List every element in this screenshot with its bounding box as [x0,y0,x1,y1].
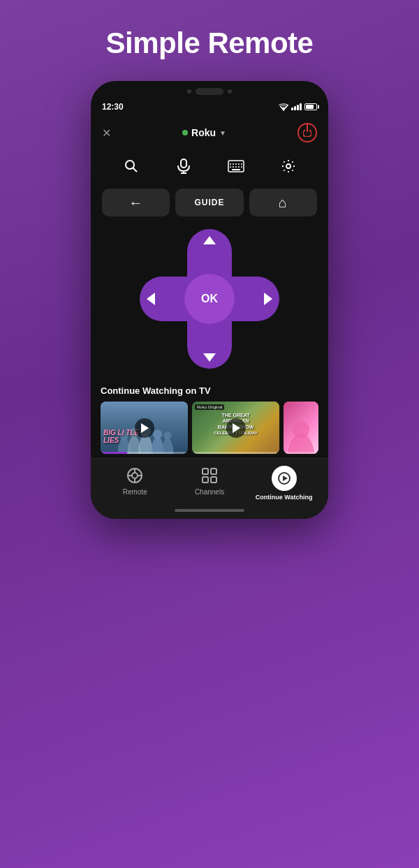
app-screen: ✕ Roku ▼ [91,116,328,519]
settings-button[interactable] [276,154,301,179]
nav-item-channels[interactable]: Channels [172,466,247,501]
navigation-buttons: ← GUIDE ⌂ [91,186,328,222]
svg-marker-20 [203,353,216,362]
progress-bar-2 [192,452,279,454]
keyboard-icon [228,160,244,172]
phone-top-notch [91,81,328,101]
search-icon [124,159,138,173]
svg-point-34 [293,421,309,438]
guide-button[interactable]: GUIDE [175,189,243,216]
progress-bar-1 [101,452,188,454]
thumbnail-baking-show[interactable]: Roku Original THE GREATAMERICANBAKING SH… [192,402,279,454]
dpad-right-button[interactable] [263,291,274,307]
microphone-icon [177,159,190,174]
device-name: Roku [191,127,216,138]
home-indicator [91,505,328,519]
progress-bar-3 [284,452,318,454]
status-bar: 12:30 [91,101,328,116]
continue-watching-section: Continue Watching on TV [91,380,328,458]
toolbar [91,149,328,186]
nav-label-continue-watching: Continue Watching [256,494,313,501]
svg-marker-46 [283,476,288,481]
close-button[interactable]: ✕ [102,126,111,140]
svg-marker-19 [203,236,216,244]
signal-bars-icon [291,103,302,110]
dpad-left-button[interactable] [145,291,156,307]
nav-item-continue-watching[interactable]: Continue Watching [247,466,321,501]
thumbnail-third[interactable] [284,402,318,454]
dpad: OK [140,229,279,369]
status-time: 12:30 [102,102,124,112]
search-button[interactable] [119,154,144,179]
svg-rect-3 [181,159,186,168]
wifi-icon [279,103,288,111]
svg-point-18 [286,164,291,168]
dpad-ok-button[interactable]: OK [184,274,235,324]
back-button[interactable]: ← [102,189,170,216]
mic-button[interactable] [171,154,196,179]
home-button[interactable]: ⌂ [249,189,317,216]
remote-icon [125,466,145,485]
battery-icon [304,103,317,110]
power-button[interactable] [297,123,317,142]
settings-gear-icon [281,159,295,173]
svg-marker-21 [147,293,155,305]
app-header: ✕ Roku ▼ [91,116,328,149]
svg-point-1 [126,161,134,169]
page-title: Simple Remote [0,27,419,60]
section-title: Continue Watching on TV [101,385,318,396]
nav-item-remote[interactable]: Remote [98,466,172,501]
svg-rect-44 [211,477,216,483]
svg-rect-43 [203,477,208,483]
device-selector[interactable]: Roku ▼ [182,127,226,138]
svg-line-2 [133,168,137,172]
play-button-2[interactable] [226,418,246,438]
keyboard-button[interactable] [223,154,249,179]
svg-marker-22 [264,293,272,305]
continue-watching-icon-circle [272,466,297,491]
nav-label-remote: Remote [123,488,147,496]
thumbnail-big-little-lies[interactable]: BIG LI TLELIES [101,402,188,454]
dpad-down-button[interactable] [202,352,217,363]
svg-rect-42 [211,469,216,474]
camera-notch [126,88,293,95]
nav-label-channels: Channels [195,488,224,496]
device-status-dot [182,130,188,135]
dpad-area: OK [91,222,328,380]
channels-icon [200,466,219,485]
status-icons [279,103,317,111]
dpad-up-button[interactable] [202,235,217,246]
play-button-1[interactable] [135,418,154,438]
phone-device: 12:30 ✕ [91,81,328,519]
roku-badge: Roku Original [195,404,224,410]
svg-point-36 [132,473,138,478]
device-dropdown-arrow: ▼ [219,129,226,137]
home-bar [175,509,244,512]
svg-rect-41 [203,469,208,474]
thumbnails-row: BIG LI TLELIES Roku Original THE GREATAM… [101,402,318,454]
svg-point-0 [283,109,284,110]
bottom-navigation: Remote Channels [91,458,328,505]
